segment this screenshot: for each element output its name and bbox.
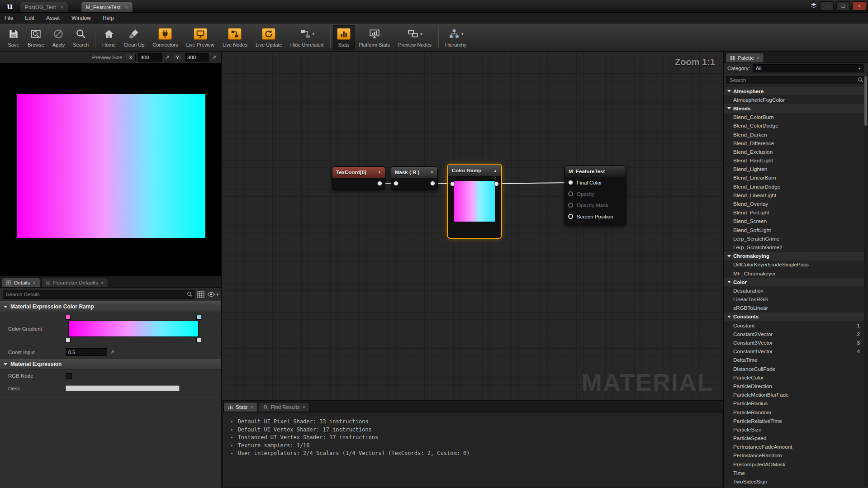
- palette-row[interactable]: Constant 1: [724, 321, 868, 330]
- preview-nodes-button[interactable]: ▾ Preview Nodes: [394, 25, 436, 50]
- close-icon[interactable]: ×: [757, 56, 759, 61]
- resize-arrows-icon[interactable]: [165, 55, 170, 60]
- pin-row-opacity[interactable]: Opacity: [565, 188, 626, 199]
- palette-row[interactable]: Blend_Exclusion: [724, 147, 868, 156]
- palette-row[interactable]: Blend_ColorBurn: [724, 113, 868, 122]
- palette-row[interactable]: Blend_Overlay: [724, 199, 868, 208]
- palette-row[interactable]: PerInstanceFadeAmount: [724, 443, 868, 451]
- input-pin[interactable]: [450, 181, 455, 186]
- gradient-preview-bar[interactable]: [68, 321, 199, 337]
- gradient-alpha-handle[interactable]: [66, 338, 71, 343]
- material-preview-viewport[interactable]: [0, 63, 221, 276]
- category-select[interactable]: All ▾: [753, 64, 863, 72]
- tab-details[interactable]: Details ×: [2, 278, 40, 287]
- node-mask[interactable]: Mask ( R ) ▼: [391, 166, 438, 190]
- palette-row[interactable]: Constants: [724, 313, 868, 321]
- palette-row[interactable]: ParticleSpeed: [724, 434, 868, 443]
- chevron-down-icon[interactable]: ▼: [378, 171, 381, 175]
- material-graph-canvas[interactable]: Zoom 1:1 MATERIAL TexCoord[0] ▼: [222, 52, 723, 400]
- menu-item[interactable]: Window: [71, 15, 91, 21]
- maximize-button[interactable]: □: [836, 1, 850, 10]
- expand-arrow-icon[interactable]: [727, 90, 731, 92]
- input-pin[interactable]: [394, 181, 398, 186]
- section-header-material-expression[interactable]: Material Expression: [0, 359, 221, 370]
- palette-row[interactable]: ParticleRandom: [724, 408, 868, 417]
- live-nodes-button[interactable]: Live Nodes: [218, 25, 251, 50]
- expand-arrow-icon[interactable]: [727, 107, 731, 109]
- close-icon[interactable]: ×: [250, 405, 253, 410]
- palette-row[interactable]: Blend_Darken: [724, 130, 868, 139]
- resize-arrows-icon[interactable]: [109, 350, 115, 355]
- palette-row[interactable]: Chromakeying: [724, 252, 868, 261]
- palette-row[interactable]: ParticleColor: [724, 373, 868, 382]
- palette-row[interactable]: ParticleMotionBlurFade: [724, 391, 868, 399]
- resize-arrows-icon[interactable]: [211, 55, 217, 60]
- palette-row[interactable]: Blend_ColorDodge: [724, 122, 868, 130]
- tab-find-results[interactable]: Find Results ×: [259, 402, 310, 412]
- palette-row[interactable]: Blend_LinearDodge: [724, 182, 868, 191]
- palette-scrollbar[interactable]: [864, 75, 868, 487]
- menu-item[interactable]: Asset: [46, 15, 60, 21]
- chevron-up-icon[interactable]: ▲: [493, 169, 497, 173]
- palette-row[interactable]: DistanceCullFade: [724, 365, 868, 373]
- search-button[interactable]: Search: [69, 25, 93, 50]
- palette-row[interactable]: Blend_LinearLight: [724, 191, 868, 199]
- hierarchy-button[interactable]: ▾ Hierarchy: [441, 25, 470, 50]
- doc-tab-postog-test[interactable]: PostOG_Test ×: [20, 2, 68, 12]
- palette-row[interactable]: VertexColor: [724, 486, 868, 488]
- palette-row[interactable]: Desaturation: [724, 286, 868, 295]
- palette-search-input[interactable]: [726, 76, 865, 84]
- minimize-button[interactable]: −: [820, 1, 834, 10]
- preview-y-input[interactable]: [185, 53, 209, 62]
- pin-row-opacity-mask[interactable]: Opacity Mask: [565, 199, 626, 211]
- palette-row[interactable]: AtmosphericFogColor: [724, 95, 868, 104]
- chevron-down-icon[interactable]: ▾: [420, 32, 422, 36]
- palette-row[interactable]: TwoSidedSign: [724, 477, 868, 486]
- layers-icon[interactable]: [810, 2, 817, 9]
- connectors-button[interactable]: Connectors: [148, 25, 182, 50]
- palette-row[interactable]: Blends: [724, 104, 868, 113]
- live-update-button[interactable]: Live Update: [251, 25, 286, 50]
- final-color-pin[interactable]: [568, 180, 573, 185]
- expand-arrow-icon[interactable]: [727, 255, 731, 257]
- palette-row[interactable]: Blend_SoftLight: [724, 226, 868, 234]
- output-pin[interactable]: [377, 181, 382, 186]
- node-color-ramp[interactable]: Color Ramp ▲: [448, 165, 501, 238]
- rgb-node-checkbox[interactable]: [66, 373, 72, 379]
- close-icon[interactable]: ×: [60, 5, 63, 10]
- palette-row[interactable]: DiffColorKeyerErodeSinglePass: [724, 261, 868, 269]
- palette-row[interactable]: Blend_Lighten: [724, 165, 868, 174]
- section-header-color-ramp[interactable]: Material Expression Color Ramp: [0, 301, 221, 312]
- tab-stats[interactable]: Stats ×: [223, 402, 258, 412]
- palette-row[interactable]: LinearTosRGB: [724, 295, 868, 304]
- palette-row[interactable]: PerInstanceRandom: [724, 451, 868, 460]
- palette-row[interactable]: ParticleDirection: [724, 382, 868, 390]
- palette-row[interactable]: ParticleRadius: [724, 399, 868, 408]
- palette-row[interactable]: sRGBToLinear: [724, 304, 868, 313]
- tab-parameter-defaults[interactable]: Parameter Defaults ×: [41, 278, 109, 287]
- live-preview-button[interactable]: Live Preview: [182, 25, 218, 50]
- menu-item[interactable]: File: [5, 15, 13, 21]
- scrollbar-thumb[interactable]: [864, 76, 867, 126]
- palette-row[interactable]: PrecomputedAOMask: [724, 460, 868, 469]
- palette-row[interactable]: MF_Chromakeyer: [724, 269, 868, 278]
- palette-row[interactable]: Blend_LinearBurn: [724, 174, 868, 182]
- save-button[interactable]: Save: [4, 25, 24, 50]
- hide-unrelated-button[interactable]: ▾ Hide Unrelated: [286, 25, 327, 50]
- menu-item[interactable]: Edit: [25, 15, 34, 21]
- property-matrix-icon[interactable]: [197, 291, 204, 298]
- palette-row[interactable]: ParticleRelativeTime: [724, 417, 868, 425]
- output-pin[interactable]: [430, 181, 435, 186]
- expand-arrow-icon[interactable]: [727, 281, 731, 283]
- opacity-pin[interactable]: [568, 191, 573, 196]
- browse-button[interactable]: Browse: [24, 25, 48, 50]
- display-filter-eye-icon[interactable]: ▾: [207, 291, 218, 298]
- close-button[interactable]: ×: [853, 1, 866, 10]
- palette-row[interactable]: Constant3Vector 3: [724, 338, 868, 347]
- gradient-stop-handle[interactable]: [66, 315, 71, 320]
- palette-row[interactable]: Color: [724, 278, 868, 286]
- palette-row[interactable]: Atmosphere: [724, 87, 868, 95]
- palette-row[interactable]: Blend_HardLight: [724, 156, 868, 165]
- apply-button[interactable]: Apply: [48, 25, 69, 50]
- chevron-down-icon[interactable]: ▾: [461, 32, 464, 36]
